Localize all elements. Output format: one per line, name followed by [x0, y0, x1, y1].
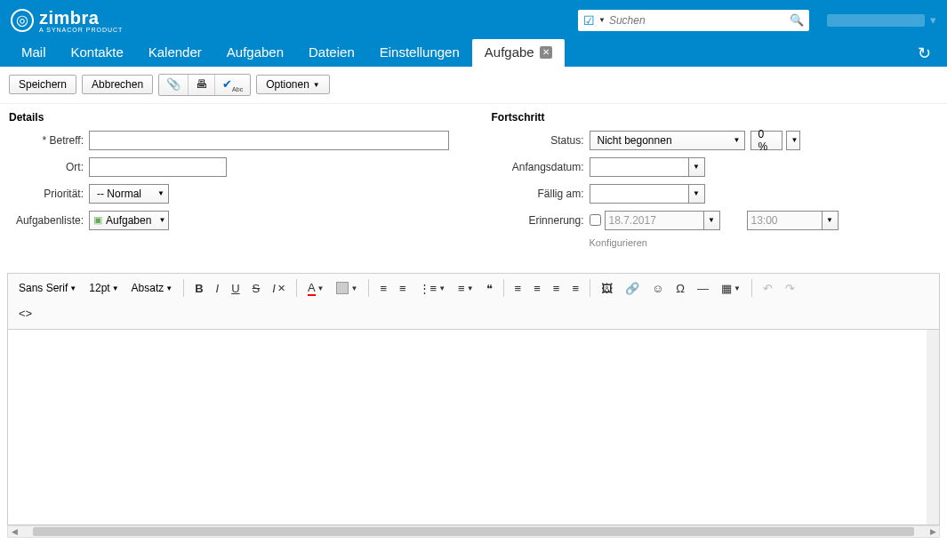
- search-box[interactable]: ☑ ▼ 🔍: [578, 10, 809, 31]
- undo-icon[interactable]: ↶: [758, 278, 778, 299]
- action-toolbar: Speichern Abbrechen 📎 🖶 ✔Abc Optionen ▼: [0, 67, 947, 104]
- duedate-label: Fällig am:: [492, 188, 590, 200]
- startdate-label: Anfangsdatum:: [492, 161, 590, 173]
- align-left-icon[interactable]: ≡: [374, 278, 392, 299]
- link-icon[interactable]: 🔗: [620, 278, 645, 299]
- startdate-input[interactable]: [590, 157, 689, 177]
- tasklist-icon: ▣: [93, 214, 102, 226]
- reminder-time-combo[interactable]: ▼: [747, 211, 839, 230]
- align-center-icon[interactable]: ≡: [394, 278, 412, 299]
- print-icon[interactable]: 🖶: [189, 75, 215, 95]
- omega-icon[interactable]: Ω: [670, 278, 690, 299]
- status-select[interactable]: Nicht begonnen ▼: [590, 131, 745, 150]
- clear-format-button[interactable]: I✕: [267, 278, 291, 299]
- details-column: Details * Betreff: Ort: Priorität: -- No…: [9, 111, 456, 255]
- nav-files[interactable]: Dateien: [296, 39, 367, 67]
- duedate-combo[interactable]: ▼: [590, 184, 705, 204]
- image-icon[interactable]: 🖼: [596, 278, 618, 299]
- close-tab-icon[interactable]: ✕: [540, 46, 552, 59]
- subject-input[interactable]: [89, 131, 449, 150]
- location-input[interactable]: [89, 157, 227, 177]
- paragraph-select[interactable]: Absatz▼: [126, 278, 179, 298]
- task-form: Details * Betreff: Ort: Priorität: -- No…: [0, 104, 947, 273]
- tasklist-label: Aufgabenliste:: [9, 214, 89, 227]
- underline-button[interactable]: U: [226, 278, 245, 299]
- reminder-time-picker[interactable]: ▼: [823, 211, 839, 230]
- reminder-date-input[interactable]: [605, 211, 704, 230]
- editor-textarea[interactable]: [7, 330, 940, 525]
- search-scope-icon[interactable]: ☑: [583, 13, 595, 28]
- active-tab-label: Aufgabe: [485, 44, 534, 60]
- table-icon[interactable]: ▦▼: [716, 278, 746, 299]
- reminder-date-picker[interactable]: ▼: [704, 211, 720, 230]
- duedate-picker[interactable]: ▼: [689, 184, 705, 204]
- zimbra-icon: ◎: [11, 9, 34, 32]
- font-size-select[interactable]: 12pt▼: [84, 278, 124, 298]
- chevron-down-icon: ▾: [930, 13, 936, 27]
- chevron-down-icon: ▼: [158, 216, 165, 224]
- chevron-down-icon: ▼: [734, 136, 741, 144]
- code-icon[interactable]: <>: [13, 303, 934, 324]
- text-color-button[interactable]: A▼: [302, 277, 330, 300]
- reminder-time-input[interactable]: [747, 211, 823, 230]
- options-button[interactable]: Optionen ▼: [256, 75, 330, 94]
- nav-mail[interactable]: Mail: [9, 39, 59, 67]
- bullet-list-icon[interactable]: ⋮≡▼: [413, 278, 452, 299]
- align-left2-icon[interactable]: ≡: [510, 278, 527, 299]
- cancel-button[interactable]: Abbrechen: [82, 75, 153, 94]
- percent-dropdown[interactable]: ▼: [786, 131, 800, 150]
- bold-button[interactable]: B: [189, 278, 208, 299]
- hr-icon[interactable]: —: [692, 278, 714, 299]
- spellcheck-icon[interactable]: ✔Abc: [215, 75, 250, 95]
- nav-tasks[interactable]: Aufgaben: [214, 39, 296, 67]
- user-menu[interactable]: ▾: [827, 13, 936, 27]
- duedate-input[interactable]: [590, 184, 689, 204]
- italic-button[interactable]: I: [211, 278, 225, 299]
- tool-icon-group: 📎 🖶 ✔Abc: [158, 74, 251, 96]
- align-center2-icon[interactable]: ≡: [528, 278, 546, 299]
- nav-settings[interactable]: Einstellungen: [367, 39, 472, 67]
- status-label: Status:: [492, 134, 590, 147]
- search-icon[interactable]: 🔍: [790, 13, 804, 27]
- location-label: Ort:: [9, 161, 89, 173]
- blockquote-icon[interactable]: ❝: [481, 278, 498, 299]
- configure-link[interactable]: Konfigurieren: [590, 237, 647, 248]
- nav-contacts[interactable]: Kontakte: [59, 39, 136, 67]
- reminder-label: Erinnerung:: [492, 214, 590, 227]
- brand-sub: A SYNACOR PRODUCT: [39, 27, 123, 33]
- search-scope-caret[interactable]: ▼: [598, 16, 606, 24]
- align-justify-icon[interactable]: ≡: [566, 278, 584, 299]
- refresh-button[interactable]: ↻: [911, 40, 938, 67]
- scrollbar-horizontal[interactable]: ◀▶: [7, 525, 940, 538]
- brand-logo: ◎ zimbra A SYNACOR PRODUCT: [11, 8, 123, 33]
- progress-title: Fortschritt: [492, 111, 939, 124]
- percent-value[interactable]: 0 %: [750, 131, 782, 150]
- reminder-checkbox[interactable]: [590, 214, 601, 226]
- reminder-date-combo[interactable]: ▼: [605, 211, 720, 230]
- save-button[interactable]: Speichern: [9, 75, 76, 94]
- emoji-icon[interactable]: ☺: [646, 278, 669, 299]
- strike-button[interactable]: S: [247, 278, 266, 299]
- startdate-picker[interactable]: ▼: [689, 157, 705, 177]
- app-header: ◎ zimbra A SYNACOR PRODUCT ☑ ▼ 🔍 ▾: [0, 0, 947, 40]
- chevron-down-icon: ▼: [313, 81, 320, 89]
- font-family-select[interactable]: Sans Serif▼: [13, 278, 82, 298]
- redo-icon[interactable]: ↷: [780, 278, 800, 299]
- priority-label: Priorität:: [9, 188, 89, 200]
- user-name: [827, 14, 925, 27]
- startdate-combo[interactable]: ▼: [590, 157, 705, 177]
- progress-column: Fortschritt Status: Nicht begonnen ▼ 0 %…: [492, 111, 939, 255]
- tasklist-select[interactable]: ▣ Aufgaben ▼: [89, 211, 169, 230]
- search-input[interactable]: [609, 14, 790, 27]
- nav-task-editor[interactable]: Aufgabe ✕: [472, 39, 565, 67]
- align-right-icon[interactable]: ≡: [548, 278, 566, 299]
- attach-icon[interactable]: 📎: [159, 75, 189, 95]
- subject-label: * Betreff:: [9, 134, 89, 147]
- chevron-down-icon: ▼: [157, 189, 165, 197]
- chevron-down-icon: ▼: [791, 136, 799, 144]
- nav-calendar[interactable]: Kalender: [136, 39, 214, 67]
- scrollbar-vertical[interactable]: [927, 330, 939, 524]
- bg-color-button[interactable]: ▼: [331, 278, 363, 298]
- priority-select[interactable]: -- Normal ▼: [89, 184, 169, 204]
- number-list-icon[interactable]: ≡▼: [453, 278, 479, 299]
